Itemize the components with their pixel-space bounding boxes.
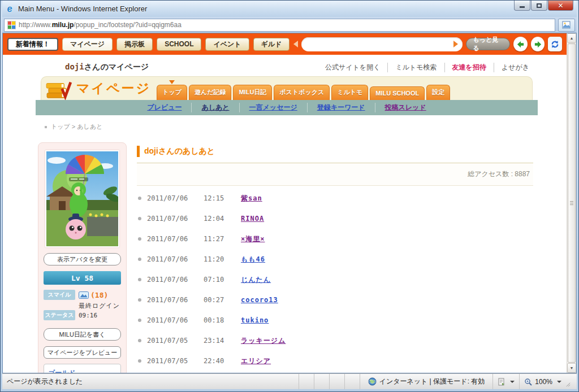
more-button[interactable]: もっと見る bbox=[466, 38, 511, 50]
nav-event-button[interactable]: イベント bbox=[205, 38, 249, 51]
visit-date: 2011/07/06 bbox=[147, 215, 196, 223]
footstep-row: 2011/07/05 22:40 エリシア bbox=[137, 351, 533, 371]
status-segment bbox=[344, 374, 360, 389]
url-input[interactable]: http://www.milu.jp/popup_inc/footstep/?u… bbox=[4, 19, 555, 32]
subnav-footsteps-link[interactable]: あしあと bbox=[192, 103, 239, 112]
back-button[interactable] bbox=[513, 37, 528, 51]
footstep-row: 2011/07/06 12:15 紫san bbox=[137, 188, 533, 208]
mypage-logo-text: マイページ bbox=[76, 80, 151, 97]
site-favicon-icon bbox=[7, 21, 16, 29]
zoom-level: 100% bbox=[535, 378, 552, 386]
bullet-icon bbox=[138, 359, 141, 363]
compatibility-button[interactable] bbox=[492, 374, 519, 389]
footsteps-list: 2011/07/06 12:15 紫san 2011/07/06 12:04 R… bbox=[137, 186, 533, 371]
open-official-site-link[interactable]: 公式サイトを開く bbox=[318, 63, 388, 72]
visit-date: 2011/07/06 bbox=[147, 235, 196, 243]
footstep-row: 2011/07/06 07:10 じんたん bbox=[137, 269, 533, 290]
visitor-name-link[interactable]: じんたん bbox=[241, 275, 271, 285]
maximize-icon bbox=[537, 3, 542, 8]
resize-grip-icon bbox=[564, 374, 572, 389]
refresh-icon bbox=[550, 40, 560, 49]
back-arrow-icon bbox=[516, 40, 525, 49]
visitor-name-link[interactable]: 紫san bbox=[241, 194, 262, 203]
tab-play-record[interactable]: 遊んだ記録 bbox=[189, 85, 232, 100]
visit-date: 2011/07/06 bbox=[147, 316, 196, 324]
close-button[interactable]: ✕ bbox=[548, 1, 573, 11]
minimize-button[interactable] bbox=[514, 1, 530, 11]
maximize-button[interactable] bbox=[531, 1, 547, 11]
status-message: ページが表示されました bbox=[7, 377, 299, 386]
vertical-scrollbar[interactable]: ▲ ▼ bbox=[567, 33, 576, 373]
subnav-preview-link[interactable]: プレビュー bbox=[137, 103, 192, 112]
page-title: さんのマイページ bbox=[84, 62, 149, 72]
visit-time: 12:04 bbox=[204, 215, 230, 223]
news-ticker[interactable] bbox=[301, 37, 462, 51]
status-segment bbox=[329, 374, 344, 389]
subnav-message-link[interactable]: 一言メッセージ bbox=[240, 103, 308, 112]
subnav-keywords-link[interactable]: 登録キーワード bbox=[308, 103, 375, 112]
forward-arrow-icon bbox=[534, 40, 542, 49]
tab-mirutomo[interactable]: ミルトモ bbox=[331, 85, 368, 100]
nav-news-button[interactable]: 新着情報！ bbox=[7, 38, 58, 51]
forward-button[interactable] bbox=[531, 37, 545, 51]
ticker-right-arrow-icon bbox=[453, 41, 458, 47]
scroll-down-button[interactable]: ▼ bbox=[567, 363, 576, 373]
nav-school-button[interactable]: SCHOOL bbox=[157, 38, 201, 51]
tab-milu-school[interactable]: MILU SCHOOL bbox=[370, 86, 425, 100]
visitor-name-link[interactable]: tukino bbox=[241, 316, 269, 324]
close-icon: ✕ bbox=[558, 2, 563, 10]
scroll-up-button[interactable]: ▲ bbox=[567, 33, 576, 43]
security-zone: インターネット | 保護モード: 有効 bbox=[360, 374, 493, 389]
visitor-name-link[interactable]: RINOA bbox=[241, 215, 264, 223]
level-badge: Lv 58 bbox=[44, 271, 121, 285]
nav-board-button[interactable]: 掲示板 bbox=[116, 38, 153, 51]
tab-milu-diary[interactable]: MILU日記 bbox=[233, 85, 272, 100]
profile-sidebar: 表示アバタを変更 Lv 58 スマイル (18) 最終ログイン ステータス bbox=[38, 142, 127, 373]
mypage-tabs: トップ 遊んだ記録 MILU日記 ポストボックス ミルトモ MILU SCHOO… bbox=[157, 85, 450, 100]
ticker-left-arrow-icon[interactable] bbox=[293, 41, 298, 47]
visit-date: 2011/07/05 bbox=[147, 357, 196, 365]
footstep-row: 2011/07/06 00:18 tukino bbox=[137, 310, 533, 330]
invite-friends-link[interactable]: 友達を招待 bbox=[445, 63, 494, 72]
avatar-image bbox=[45, 150, 119, 247]
tab-settings[interactable]: 設定 bbox=[426, 85, 450, 100]
visit-time: 07:10 bbox=[204, 276, 230, 284]
zoom-control[interactable]: 100% bbox=[519, 374, 577, 389]
last-login-label: 最終ログイン bbox=[79, 302, 121, 310]
write-diary-button[interactable]: MILU日記を書く bbox=[44, 328, 121, 341]
tab-top[interactable]: トップ bbox=[157, 85, 187, 100]
bullet-icon bbox=[138, 298, 141, 302]
yosegaki-link[interactable]: よせがき bbox=[494, 63, 529, 72]
visitor-name-link[interactable]: ×海里× bbox=[241, 234, 265, 244]
nav-mypage-button[interactable]: マイページ bbox=[62, 38, 113, 51]
visitor-name-link[interactable]: もも46 bbox=[241, 255, 265, 264]
preview-mypage-button[interactable]: マイページをプレビュー bbox=[44, 346, 121, 359]
bullet-icon bbox=[138, 258, 141, 261]
change-avatar-button[interactable]: 表示アバタを変更 bbox=[44, 253, 121, 265]
books-logo-icon bbox=[45, 79, 73, 100]
browser-viewport: 新着情報！ マイページ 掲示板 SCHOOL イベント ギルド もっと見る bbox=[2, 33, 577, 373]
visitor-name-link[interactable]: ラッキージム bbox=[241, 336, 286, 346]
subnav-threads-link[interactable]: 投稿スレッド bbox=[375, 103, 436, 112]
scrollbar-thumb[interactable] bbox=[568, 43, 576, 363]
browser-window: e Main Menu - Windows Internet Explorer … bbox=[0, 0, 579, 392]
visit-date: 2011/07/06 bbox=[147, 194, 196, 202]
sub-nav: プレビュー あしあと 一言メッセージ 登録キーワード 投稿スレッド bbox=[36, 100, 538, 115]
status-bar: ページが表示されました インターネット | 保護モード: 有効 bbox=[2, 373, 577, 389]
milu-top-nav: 新着情報！ マイページ 掲示板 SCHOOL イベント ギルド もっと見る bbox=[3, 33, 567, 55]
mirutomo-search-link[interactable]: ミルトモ検索 bbox=[388, 63, 444, 72]
breadcrumb-path: トップ > あしあと bbox=[51, 123, 102, 131]
visit-time: 22:40 bbox=[204, 357, 230, 365]
visitor-name-link[interactable]: cocoro13 bbox=[241, 296, 278, 304]
status-segment bbox=[299, 374, 314, 389]
zoom-dropdown-arrow-icon bbox=[557, 381, 561, 383]
refresh-button[interactable] bbox=[548, 37, 562, 51]
bullet-icon bbox=[138, 278, 141, 281]
nav-guild-button[interactable]: ギルド bbox=[253, 38, 290, 51]
visit-date: 2011/07/05 bbox=[147, 337, 196, 345]
footstep-row: 2011/07/06 11:20 もも46 bbox=[137, 249, 533, 269]
visitor-name-link[interactable]: エリシア bbox=[241, 356, 271, 366]
tab-postbox[interactable]: ポストボックス bbox=[274, 85, 330, 100]
visit-time: 00:18 bbox=[204, 316, 230, 324]
page-action-button[interactable] bbox=[558, 19, 575, 32]
